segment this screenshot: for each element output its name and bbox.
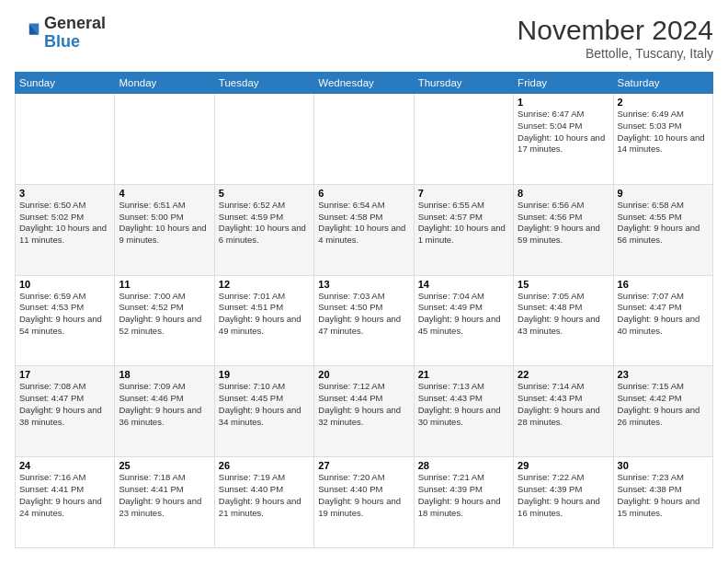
day-info: Sunrise: 7:19 AMSunset: 4:40 PMDaylight:…: [219, 472, 310, 519]
calendar-cell: 16Sunrise: 7:07 AMSunset: 4:47 PMDayligh…: [613, 275, 712, 366]
day-info: Sunrise: 6:59 AMSunset: 4:53 PMDaylight:…: [19, 291, 110, 338]
calendar-cell: 30Sunrise: 7:23 AMSunset: 4:38 PMDayligh…: [613, 457, 712, 548]
calendar-cell: 3Sunrise: 6:50 AMSunset: 5:02 PMDaylight…: [16, 184, 115, 275]
calendar-cell: 8Sunrise: 6:56 AMSunset: 4:56 PMDaylight…: [514, 184, 613, 275]
day-info: Sunrise: 7:14 AMSunset: 4:43 PMDaylight:…: [518, 381, 609, 428]
calendar-cell: 6Sunrise: 6:54 AMSunset: 4:58 PMDaylight…: [314, 184, 414, 275]
day-info: Sunrise: 7:00 AMSunset: 4:52 PMDaylight:…: [119, 291, 210, 338]
day-info: Sunrise: 7:22 AMSunset: 4:39 PMDaylight:…: [518, 472, 609, 519]
calendar-cell: 14Sunrise: 7:04 AMSunset: 4:49 PMDayligh…: [414, 275, 513, 366]
calendar-cell: 13Sunrise: 7:03 AMSunset: 4:50 PMDayligh…: [314, 275, 414, 366]
day-info: Sunrise: 6:56 AMSunset: 4:56 PMDaylight:…: [518, 200, 609, 247]
calendar-cell: 2Sunrise: 6:49 AMSunset: 5:03 PMDaylight…: [613, 94, 712, 185]
day-number: 23: [618, 369, 709, 380]
day-info: Sunrise: 6:55 AMSunset: 4:57 PMDaylight:…: [418, 200, 509, 247]
day-info: Sunrise: 7:23 AMSunset: 4:38 PMDaylight:…: [618, 472, 709, 519]
day-number: 1: [518, 97, 609, 108]
day-info: Sunrise: 6:50 AMSunset: 5:02 PMDaylight:…: [19, 200, 110, 247]
col-monday: Monday: [115, 73, 214, 94]
day-info: Sunrise: 7:05 AMSunset: 4:48 PMDaylight:…: [518, 291, 609, 338]
day-info: Sunrise: 6:54 AMSunset: 4:58 PMDaylight:…: [318, 200, 409, 247]
logo-icon: [15, 20, 40, 46]
day-info: Sunrise: 6:51 AMSunset: 5:00 PMDaylight:…: [119, 200, 210, 247]
location-subtitle: Bettolle, Tuscany, Italy: [518, 46, 713, 61]
day-number: 28: [418, 460, 509, 471]
page: General Blue November 2024 Bettolle, Tus…: [0, 0, 728, 563]
calendar-week-4: 24Sunrise: 7:16 AMSunset: 4:41 PMDayligh…: [16, 457, 713, 548]
title-block: November 2024 Bettolle, Tuscany, Italy: [518, 15, 713, 61]
calendar-week-2: 10Sunrise: 6:59 AMSunset: 4:53 PMDayligh…: [16, 275, 713, 366]
day-info: Sunrise: 7:16 AMSunset: 4:41 PMDaylight:…: [19, 472, 110, 519]
day-number: 17: [19, 369, 110, 380]
calendar-cell: 27Sunrise: 7:20 AMSunset: 4:40 PMDayligh…: [314, 457, 414, 548]
col-sunday: Sunday: [16, 73, 115, 94]
day-info: Sunrise: 7:04 AMSunset: 4:49 PMDaylight:…: [418, 291, 509, 338]
calendar-cell: 17Sunrise: 7:08 AMSunset: 4:47 PMDayligh…: [16, 366, 115, 457]
day-info: Sunrise: 7:08 AMSunset: 4:47 PMDaylight:…: [19, 381, 110, 428]
calendar-cell: 18Sunrise: 7:09 AMSunset: 4:46 PMDayligh…: [115, 366, 214, 457]
calendar-cell: 11Sunrise: 7:00 AMSunset: 4:52 PMDayligh…: [115, 275, 214, 366]
calendar-cell: [314, 94, 414, 185]
day-number: 9: [618, 188, 709, 199]
logo: General Blue: [15, 15, 106, 52]
day-info: Sunrise: 7:15 AMSunset: 4:42 PMDaylight:…: [618, 381, 709, 428]
calendar-cell: 1Sunrise: 6:47 AMSunset: 5:04 PMDaylight…: [514, 94, 613, 185]
calendar-header-row: Sunday Monday Tuesday Wednesday Thursday…: [16, 73, 713, 94]
day-number: 22: [518, 369, 609, 380]
day-number: 12: [219, 279, 310, 290]
calendar-cell: [115, 94, 214, 185]
logo-general: General: [44, 14, 106, 32]
day-number: 8: [518, 188, 609, 199]
calendar-cell: 26Sunrise: 7:19 AMSunset: 4:40 PMDayligh…: [214, 457, 313, 548]
day-number: 21: [418, 369, 509, 380]
day-number: 11: [119, 279, 210, 290]
day-info: Sunrise: 6:52 AMSunset: 4:59 PMDaylight:…: [219, 200, 310, 247]
day-number: 10: [19, 279, 110, 290]
day-number: 26: [219, 460, 310, 471]
day-number: 25: [119, 460, 210, 471]
day-info: Sunrise: 7:09 AMSunset: 4:46 PMDaylight:…: [119, 381, 210, 428]
day-number: 18: [119, 369, 210, 380]
col-tuesday: Tuesday: [214, 73, 313, 94]
day-info: Sunrise: 6:47 AMSunset: 5:04 PMDaylight:…: [518, 109, 609, 155]
day-number: 19: [219, 369, 310, 380]
day-info: Sunrise: 7:18 AMSunset: 4:41 PMDaylight:…: [119, 472, 210, 519]
logo-blue: Blue: [44, 32, 80, 51]
day-number: 27: [318, 460, 409, 471]
day-number: 14: [418, 279, 509, 290]
calendar-cell: 24Sunrise: 7:16 AMSunset: 4:41 PMDayligh…: [16, 457, 115, 548]
col-friday: Friday: [514, 73, 613, 94]
calendar-cell: 9Sunrise: 6:58 AMSunset: 4:55 PMDaylight…: [613, 184, 712, 275]
day-info: Sunrise: 7:07 AMSunset: 4:47 PMDaylight:…: [618, 291, 709, 338]
calendar-cell: 15Sunrise: 7:05 AMSunset: 4:48 PMDayligh…: [514, 275, 613, 366]
day-info: Sunrise: 7:03 AMSunset: 4:50 PMDaylight:…: [318, 291, 409, 338]
day-number: 15: [518, 279, 609, 290]
day-info: Sunrise: 7:20 AMSunset: 4:40 PMDaylight:…: [318, 472, 409, 519]
day-number: 13: [318, 279, 409, 290]
day-info: Sunrise: 7:12 AMSunset: 4:44 PMDaylight:…: [318, 381, 409, 428]
day-info: Sunrise: 6:58 AMSunset: 4:55 PMDaylight:…: [618, 200, 709, 247]
calendar-cell: 23Sunrise: 7:15 AMSunset: 4:42 PMDayligh…: [613, 366, 712, 457]
day-info: Sunrise: 7:13 AMSunset: 4:43 PMDaylight:…: [418, 381, 509, 428]
calendar-cell: 22Sunrise: 7:14 AMSunset: 4:43 PMDayligh…: [514, 366, 613, 457]
calendar-cell: 10Sunrise: 6:59 AMSunset: 4:53 PMDayligh…: [16, 275, 115, 366]
day-number: 16: [618, 279, 709, 290]
day-number: 6: [318, 188, 409, 199]
day-number: 24: [19, 460, 110, 471]
calendar-cell: 20Sunrise: 7:12 AMSunset: 4:44 PMDayligh…: [314, 366, 414, 457]
calendar-cell: [214, 94, 313, 185]
calendar-cell: [414, 94, 513, 185]
calendar-week-1: 3Sunrise: 6:50 AMSunset: 5:02 PMDaylight…: [16, 184, 713, 275]
col-wednesday: Wednesday: [314, 73, 414, 94]
calendar-week-3: 17Sunrise: 7:08 AMSunset: 4:47 PMDayligh…: [16, 366, 713, 457]
calendar-cell: 29Sunrise: 7:22 AMSunset: 4:39 PMDayligh…: [514, 457, 613, 548]
day-info: Sunrise: 7:10 AMSunset: 4:45 PMDaylight:…: [219, 381, 310, 428]
day-number: 5: [219, 188, 310, 199]
day-number: 3: [19, 188, 110, 199]
calendar-cell: 7Sunrise: 6:55 AMSunset: 4:57 PMDaylight…: [414, 184, 513, 275]
calendar-cell: 4Sunrise: 6:51 AMSunset: 5:00 PMDaylight…: [115, 184, 214, 275]
day-number: 4: [119, 188, 210, 199]
calendar-cell: [16, 94, 115, 185]
calendar-week-0: 1Sunrise: 6:47 AMSunset: 5:04 PMDaylight…: [16, 94, 713, 185]
day-number: 20: [318, 369, 409, 380]
